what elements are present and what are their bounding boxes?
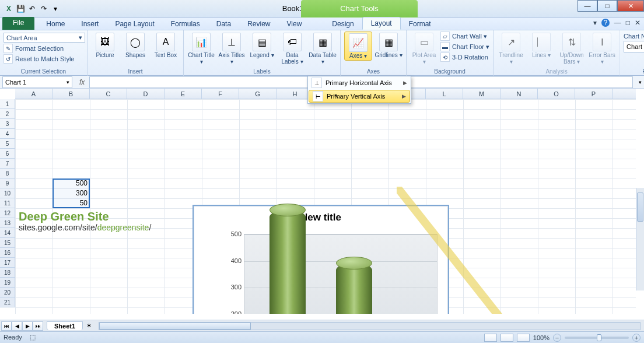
maximize-button[interactable]: □: [597, 0, 617, 12]
col-header-C[interactable]: C: [90, 89, 127, 99]
row-header-19[interactable]: 19: [0, 278, 15, 288]
nav-next-icon[interactable]: ▶: [22, 321, 33, 331]
zoom-slider-thumb[interactable]: [597, 334, 601, 341]
help-icon[interactable]: ?: [601, 19, 610, 27]
tab-format[interactable]: Format: [401, 18, 439, 30]
menu-primary-vertical-axis[interactable]: ⊢ Primary Vertical Axis ▶ ↖: [309, 90, 410, 103]
chart-bar-1[interactable]: [270, 204, 306, 314]
formula-expand-icon[interactable]: ▾: [636, 79, 644, 85]
row-header-20[interactable]: 20: [0, 288, 15, 298]
col-header-P[interactable]: P: [575, 89, 612, 99]
row-header-8[interactable]: 8: [0, 169, 15, 178]
tab-review[interactable]: Review: [239, 18, 278, 30]
horizontal-scrollbar[interactable]: [99, 322, 640, 330]
axis-titles-button[interactable]: ⊥Axis Titles ▾: [218, 32, 246, 66]
row-header-13[interactable]: 13: [0, 218, 15, 228]
row-header-3[interactable]: 3: [0, 119, 15, 129]
data-labels-button[interactable]: 🏷Data Labels ▾: [278, 32, 306, 66]
row-header-7[interactable]: 7: [0, 159, 15, 169]
error-bars-button[interactable]: ⅠError Bars ▾: [588, 32, 616, 66]
col-header-G[interactable]: G: [239, 89, 276, 99]
col-header-O[interactable]: O: [538, 89, 575, 99]
col-header-N[interactable]: N: [501, 89, 538, 99]
data-table-button[interactable]: ▦Data Table ▾: [309, 32, 337, 66]
cell-b9[interactable]: 500: [52, 178, 90, 188]
view-page-break-button[interactable]: [517, 334, 530, 342]
workbook-close-icon[interactable]: ✕: [635, 19, 640, 27]
tab-layout[interactable]: Layout: [362, 17, 401, 30]
tab-file[interactable]: File: [2, 17, 34, 30]
lines-button[interactable]: ⎸Lines ▾: [527, 32, 555, 60]
macro-record-icon[interactable]: ⬚: [30, 334, 36, 341]
tab-design[interactable]: Design: [324, 18, 362, 30]
cell-b11[interactable]: 50: [52, 198, 90, 208]
qat-dropdown-icon[interactable]: ▾: [50, 4, 61, 14]
tab-insert[interactable]: Insert: [73, 18, 107, 30]
row-header-4[interactable]: 4: [0, 129, 15, 139]
close-button[interactable]: ✕: [617, 0, 644, 12]
row-header-9[interactable]: 9: [0, 178, 15, 188]
fx-icon[interactable]: fx: [75, 78, 89, 86]
ribbon-minimize-icon[interactable]: ▾: [593, 19, 597, 27]
nav-first-icon[interactable]: ⏮: [1, 321, 12, 331]
vertical-scrollbar[interactable]: [636, 188, 644, 290]
minimize-button[interactable]: —: [578, 0, 597, 12]
tab-data[interactable]: Data: [208, 18, 239, 30]
menu-primary-horizontal-axis[interactable]: ⊥ Primary Horizontal Axis ▶: [308, 76, 411, 89]
col-header-F[interactable]: F: [202, 89, 239, 99]
col-header-E[interactable]: E: [164, 89, 202, 99]
chart-bar-2[interactable]: [336, 257, 372, 314]
gridlines-button[interactable]: ▦Gridlines ▾: [374, 32, 402, 60]
chart-floor-button[interactable]: ▬Chart Floor ▾: [440, 42, 489, 51]
chart-title-button[interactable]: 📊Chart Title ▾: [187, 32, 215, 66]
workbook-minimize-icon[interactable]: —: [614, 19, 621, 27]
legend-button[interactable]: ▤Legend ▾: [248, 32, 276, 60]
sheet-tab-sheet1[interactable]: Sheet1: [47, 321, 83, 330]
zoom-in-button[interactable]: +: [632, 334, 640, 342]
y-axis[interactable]: 0100200300400500: [222, 234, 244, 314]
chart-wall-button[interactable]: ▱Chart Wall ▾: [440, 32, 489, 41]
embedded-chart[interactable]: New title 0100200300400500: [192, 205, 449, 314]
sheet-nav-buttons[interactable]: ⏮ ◀ ▶ ⏭: [0, 321, 44, 331]
row-header-12[interactable]: 12: [0, 208, 15, 218]
col-header-L[interactable]: L: [426, 89, 463, 99]
row-header-6[interactable]: 6: [0, 149, 15, 159]
tab-home[interactable]: Home: [38, 18, 73, 30]
new-sheet-icon[interactable]: ✶: [83, 322, 95, 330]
scrollbar-thumb[interactable]: [99, 323, 251, 330]
row-header-1[interactable]: 1: [0, 99, 15, 109]
row-header-14[interactable]: 14: [0, 228, 15, 238]
col-header-M[interactable]: M: [463, 89, 501, 99]
tab-view[interactable]: View: [279, 18, 310, 30]
textbox-button[interactable]: AText Box: [152, 32, 180, 60]
row-headers[interactable]: 123456789101112131415161718192021: [0, 99, 15, 307]
row-header-17[interactable]: 17: [0, 258, 15, 268]
scrollbar-thumb[interactable]: [637, 192, 643, 222]
tab-page-layout[interactable]: Page Layout: [107, 18, 162, 30]
zoom-level[interactable]: 100%: [533, 334, 550, 341]
col-header-D[interactable]: D: [127, 89, 164, 99]
shapes-button[interactable]: ◯Shapes: [121, 32, 149, 60]
row-header-18[interactable]: 18: [0, 268, 15, 278]
updown-bars-button[interactable]: ⇅Up/Down Bars ▾: [558, 32, 586, 66]
picture-button[interactable]: 🖼Picture: [91, 32, 119, 60]
view-normal-button[interactable]: [484, 334, 497, 342]
col-header-B[interactable]: B: [52, 89, 90, 99]
chart-name-input[interactable]: [624, 41, 644, 52]
chart-title[interactable]: New title: [194, 206, 448, 223]
3d-rotation-button[interactable]: ⟲3-D Rotation: [440, 52, 489, 62]
zoom-out-button[interactable]: −: [553, 334, 561, 342]
save-icon[interactable]: 💾: [15, 4, 26, 14]
row-header-2[interactable]: 2: [0, 109, 15, 119]
reset-style-button[interactable]: ↺Reset to Match Style: [4, 54, 83, 64]
undo-icon[interactable]: ↶: [27, 4, 37, 14]
zoom-slider[interactable]: [565, 337, 629, 339]
name-box[interactable]: Chart 1▾: [2, 76, 72, 88]
row-header-10[interactable]: 10: [0, 188, 15, 198]
cell-b10[interactable]: 300: [52, 188, 90, 198]
row-header-21[interactable]: 21: [0, 298, 15, 307]
format-selection-button[interactable]: ✎Format Selection: [4, 44, 83, 53]
nav-prev-icon[interactable]: ◀: [12, 321, 22, 331]
nav-last-icon[interactable]: ⏭: [33, 321, 43, 331]
tab-formulas[interactable]: Formulas: [163, 18, 208, 30]
